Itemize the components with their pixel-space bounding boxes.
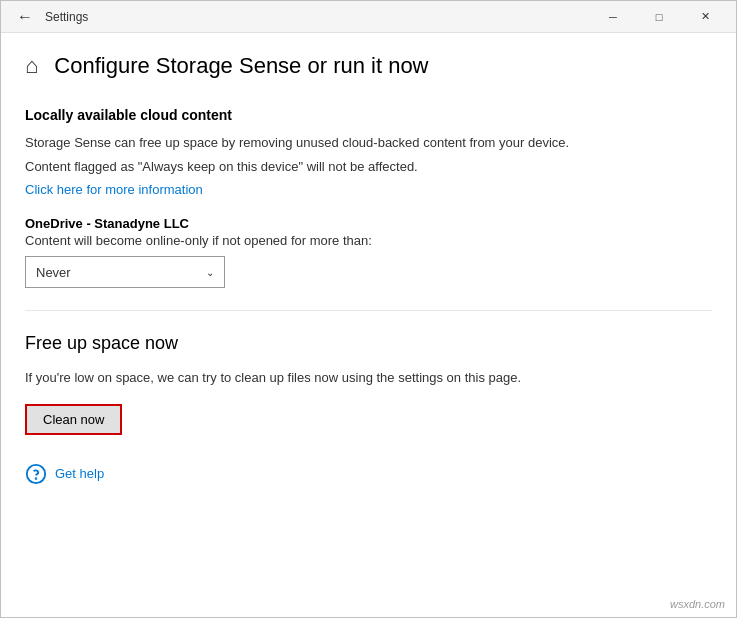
settings-window: ← Settings ─ □ ✕ ⌂ Configure Storage Sen… (0, 0, 737, 618)
titlebar: ← Settings ─ □ ✕ (1, 1, 736, 33)
minimize-button[interactable]: ─ (590, 1, 636, 33)
maximize-icon: □ (656, 11, 663, 23)
page-header: ⌂ Configure Storage Sense or run it now (25, 53, 712, 79)
free-up-title: Free up space now (25, 333, 712, 354)
get-help-section: Get help (25, 463, 712, 485)
more-info-link[interactable]: Click here for more information (25, 182, 203, 197)
main-content: ⌂ Configure Storage Sense or run it now … (1, 33, 736, 617)
onedrive-label: OneDrive - Stanadyne LLC (25, 216, 712, 231)
close-button[interactable]: ✕ (682, 1, 728, 33)
cloud-content-section: Locally available cloud content Storage … (25, 107, 712, 198)
page-title: Configure Storage Sense or run it now (54, 53, 428, 79)
titlebar-left: ← Settings (13, 4, 88, 30)
svg-point-1 (36, 478, 37, 479)
close-icon: ✕ (701, 10, 710, 23)
titlebar-controls: ─ □ ✕ (590, 1, 728, 33)
get-help-link[interactable]: Get help (55, 466, 104, 481)
page-container: ⌂ Configure Storage Sense or run it now … (1, 33, 736, 617)
free-up-section: Free up space now If you're low on space… (25, 333, 712, 435)
never-dropdown[interactable]: Never ⌄ (25, 256, 225, 288)
home-icon: ⌂ (25, 53, 38, 79)
dropdown-arrow-icon: ⌄ (206, 267, 214, 278)
onedrive-section: OneDrive - Stanadyne LLC Content will be… (25, 216, 712, 288)
free-up-desc: If you're low on space, we can try to cl… (25, 368, 712, 388)
minimize-icon: ─ (609, 11, 617, 23)
back-icon: ← (17, 8, 33, 26)
cloud-content-desc1: Storage Sense can free up space by remov… (25, 133, 712, 153)
watermark: wsxdn.com (670, 598, 725, 610)
back-button[interactable]: ← (13, 4, 37, 30)
window-title: Settings (45, 10, 88, 24)
help-icon (25, 463, 47, 485)
clean-now-button[interactable]: Clean now (25, 404, 122, 435)
cloud-content-desc2: Content flagged as "Always keep on this … (25, 157, 712, 177)
maximize-button[interactable]: □ (636, 1, 682, 33)
dropdown-value: Never (36, 265, 71, 280)
section-divider (25, 310, 712, 311)
cloud-content-title: Locally available cloud content (25, 107, 712, 123)
onedrive-sublabel: Content will become online-only if not o… (25, 233, 712, 248)
